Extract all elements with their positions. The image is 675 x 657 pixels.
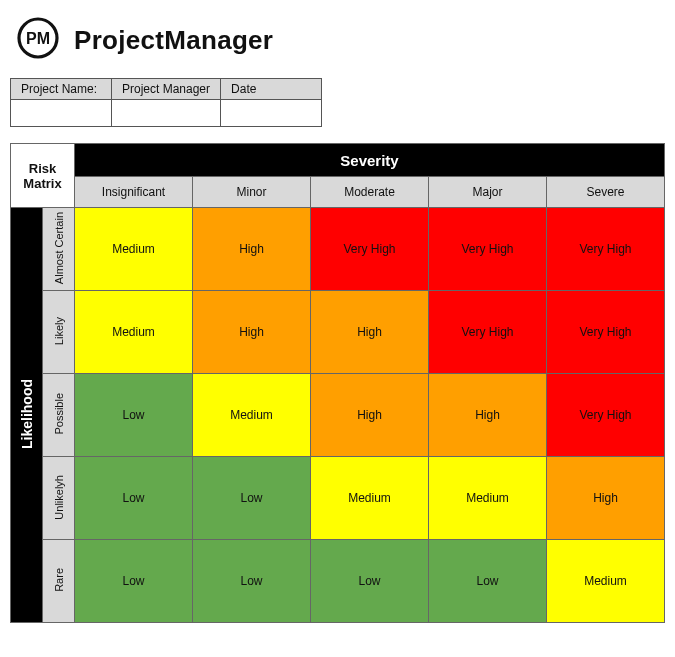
risk-cell: Very High	[311, 208, 429, 291]
risk-cell: High	[193, 291, 311, 374]
meta-label-date: Date	[221, 79, 322, 100]
matrix-title: Risk Matrix	[11, 144, 75, 208]
brand-header: PM ProjectManager	[16, 16, 665, 64]
meta-label-project: Project Name:	[11, 79, 112, 100]
risk-cell: Low	[193, 457, 311, 540]
likelihood-level: Unlikelyh	[43, 457, 75, 540]
risk-cell: Medium	[547, 540, 665, 623]
risk-cell: Low	[75, 457, 193, 540]
risk-cell: Very High	[429, 291, 547, 374]
risk-cell: High	[311, 374, 429, 457]
severity-levels-row: Insignificant Minor Moderate Major Sever…	[11, 177, 665, 208]
brand-name: ProjectManager	[74, 25, 273, 56]
likelihood-level: Likely	[43, 291, 75, 374]
severity-level: Moderate	[311, 177, 429, 208]
severity-axis-label: Severity	[75, 144, 665, 177]
risk-matrix: Risk Matrix Severity Insignificant Minor…	[10, 143, 665, 623]
meta-value-manager[interactable]	[112, 100, 221, 127]
risk-cell: Low	[193, 540, 311, 623]
risk-cell: Very High	[547, 374, 665, 457]
risk-cell: Very High	[429, 208, 547, 291]
brand-logo-icon: PM	[16, 16, 60, 64]
risk-cell: Medium	[193, 374, 311, 457]
project-meta-table: Project Name: Project Manager Date	[10, 78, 322, 127]
risk-cell: Low	[311, 540, 429, 623]
meta-value-project[interactable]	[11, 100, 112, 127]
risk-cell: High	[193, 208, 311, 291]
likelihood-level: Almost Certain	[43, 208, 75, 291]
risk-cell: Medium	[311, 457, 429, 540]
risk-cell: Low	[75, 374, 193, 457]
risk-cell: High	[429, 374, 547, 457]
risk-cell: Medium	[429, 457, 547, 540]
risk-cell: High	[547, 457, 665, 540]
meta-label-manager: Project Manager	[112, 79, 221, 100]
svg-text:PM: PM	[26, 30, 50, 47]
risk-cell: High	[311, 291, 429, 374]
meta-value-date[interactable]	[221, 100, 322, 127]
severity-level: Minor	[193, 177, 311, 208]
risk-cell: Medium	[75, 291, 193, 374]
likelihood-level: Possible	[43, 374, 75, 457]
severity-level: Insignificant	[75, 177, 193, 208]
risk-cell: Medium	[75, 208, 193, 291]
likelihood-level: Rare	[43, 540, 75, 623]
severity-level: Severe	[547, 177, 665, 208]
severity-level: Major	[429, 177, 547, 208]
likelihood-axis-label: Likelihood	[11, 208, 43, 623]
risk-cell: Very High	[547, 291, 665, 374]
risk-cell: Very High	[547, 208, 665, 291]
risk-cell: Low	[429, 540, 547, 623]
risk-cell: Low	[75, 540, 193, 623]
